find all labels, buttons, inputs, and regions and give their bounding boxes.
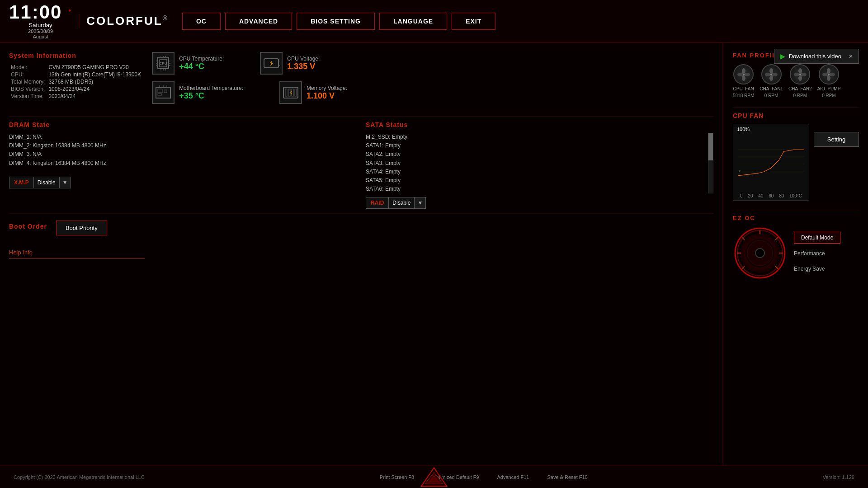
sata-scrollbar-thumb xyxy=(708,133,713,160)
raid-dropdown[interactable]: RAID Disable ▼ xyxy=(366,197,426,209)
ez-dial xyxy=(733,226,787,280)
fan-blade-cpu xyxy=(736,67,751,82)
mem-voltage-icon xyxy=(279,81,302,104)
cpu-temp-info: CPU Temperature: +44 °C xyxy=(179,56,224,71)
header: 11:00 ● Saturday 2025/08/09 August COLOR… xyxy=(0,0,868,43)
default-mode-button[interactable]: Default Mode xyxy=(794,232,840,244)
dram-title: DRAM State xyxy=(9,121,357,128)
chart-y-max: 100% xyxy=(737,127,750,132)
system-info-table: Model: CVN Z790D5 GAMING PRO V20 CPU: 13… xyxy=(9,64,143,100)
svg-marker-16 xyxy=(269,61,273,66)
cpu-fan-chart-container: 100% 0 0 xyxy=(733,124,809,201)
cpu-row: CPU: 13th Gen Intel(R) Core(TM) i9-13900… xyxy=(9,71,143,78)
svg-point-40 xyxy=(772,73,778,76)
mem-voltage-label: Memory Voltage: xyxy=(307,85,347,91)
fan-name-cha2: CHA_FAN2 xyxy=(788,86,812,91)
sata-title: SATA Status xyxy=(366,121,713,128)
divider-1 xyxy=(9,116,713,117)
mb-temp-value: +35 °C xyxy=(179,91,243,101)
cpu-icon-svg: CPU xyxy=(154,54,172,72)
x-label-20: 20 xyxy=(748,193,753,198)
time-clock: 11:00 ● xyxy=(9,3,72,22)
cpu-voltage-icon xyxy=(260,52,283,75)
ez-dial-svg xyxy=(733,226,787,280)
memory-row: Total Memory: 32768 MB (DDR5) xyxy=(9,78,143,85)
svg-text:0: 0 xyxy=(739,169,741,172)
footer-save-reset[interactable]: Save & Reset F10 xyxy=(547,474,587,480)
x-label-0: 0 xyxy=(740,193,743,198)
ez-oc-content: Default Mode Performance Energy Save xyxy=(733,226,859,280)
cpu-fan-chart-title: CPU FAN xyxy=(733,112,859,119)
fan-blade-cha2 xyxy=(793,67,807,82)
fan-rpm-cha2: 0 RPM xyxy=(793,93,807,98)
mem-voltage-info: Memory Voltage: 1.100 V xyxy=(307,85,347,101)
model-value: CVN Z790D5 GAMING PRO V20 xyxy=(47,64,143,71)
boot-priority-button[interactable]: Boot Priority xyxy=(56,221,107,235)
svg-point-55 xyxy=(828,74,830,75)
nav-advanced-button[interactable]: ADVANCED xyxy=(225,13,292,30)
voltage-icon-svg xyxy=(262,54,280,72)
fan-name-cha1: CHA_FAN1 xyxy=(760,86,783,91)
footer-logo-triangle xyxy=(416,465,452,488)
xmp-dropdown-row: X.M.P Disable ▼ xyxy=(9,177,357,188)
dimm1: DIMM_1: N/A xyxy=(9,133,357,141)
svg-point-33 xyxy=(742,68,745,74)
cpu-fan-chart-svg: 0 xyxy=(738,129,804,192)
fan-circle-cha2 xyxy=(790,64,810,84)
cpu-voltage-label: CPU Voltage: xyxy=(287,56,320,62)
xmp-label: X.M.P xyxy=(9,177,34,188)
download-close-button[interactable]: ✕ xyxy=(849,53,853,60)
fan-rpm-cpu: 5818 RPM xyxy=(733,93,754,98)
fan-blade-cha1 xyxy=(764,67,778,82)
left-panel: System Information Model: CVN Z790D5 GAM… xyxy=(0,43,723,465)
x-label-100: 100°C xyxy=(789,193,802,198)
date-line2: August xyxy=(33,34,48,39)
svg-rect-28 xyxy=(288,89,290,96)
mb-temp-label: Motherboard Temperature: xyxy=(179,85,243,91)
fan-circle-cpu xyxy=(733,64,754,84)
footer-advanced[interactable]: Advanced F11 xyxy=(497,474,529,480)
xmp-dropdown[interactable]: X.M.P Disable ▼ xyxy=(9,177,71,188)
nav-exit-button[interactable]: EXIT xyxy=(452,13,495,30)
memory-value: 32768 MB (DDR5) xyxy=(47,78,143,85)
nav-bios-setting-button[interactable]: BIOS SETTING xyxy=(297,13,375,30)
mb-temp-info: Motherboard Temperature: +35 °C xyxy=(179,85,243,101)
fan-rpm-cha1: 0 RPM xyxy=(764,93,778,98)
brand-name: COLORFUL® xyxy=(86,14,169,28)
triangle-svg xyxy=(420,467,448,487)
right-panel: FAN PROFILE CPU_FAN xyxy=(723,43,868,465)
dram-section: DRAM State DIMM_1: N/A DIMM_2: Kingston … xyxy=(9,121,357,209)
date-info: Saturday 2025/08/09 August xyxy=(9,22,72,39)
svg-point-53 xyxy=(827,75,830,81)
sata-scrollbar[interactable] xyxy=(708,133,713,193)
fan-setting-button[interactable]: Setting xyxy=(814,132,859,147)
fan-item-cha2: CHA_FAN2 0 RPM xyxy=(788,64,812,98)
ez-oc-section: EZ OC xyxy=(733,215,859,280)
memory-label: Total Memory: xyxy=(9,78,47,85)
fan-circle-aio xyxy=(819,64,839,84)
mem-voltage-card: Memory Voltage: 1.100 V xyxy=(279,81,347,104)
download-banner: ▶ Download this video ✕ xyxy=(774,49,859,64)
energy-save-mode-text[interactable]: Energy Save xyxy=(794,263,840,274)
nav-language-button[interactable]: LANGUAGE xyxy=(379,13,447,30)
mem-icon-svg xyxy=(282,84,300,102)
sata-m2: M.2_SSD: Empty xyxy=(366,133,703,141)
performance-mode-text[interactable]: Performance xyxy=(794,248,840,259)
clock-dot: ● xyxy=(68,8,72,13)
raid-dropdown-row: RAID Disable ▼ xyxy=(366,197,713,209)
ez-modes: Default Mode Performance Energy Save xyxy=(794,232,840,274)
dimm2: DIMM_2: Kingston 16384 MB 4800 MHz xyxy=(9,141,357,150)
cpu-voltage-card: CPU Voltage: 1.335 V xyxy=(260,52,320,75)
sensor-row-2: Motherboard Temperature: +35 °C xyxy=(152,81,713,104)
boot-section: Boot Order Boot Priority xyxy=(9,221,713,235)
svg-rect-21 xyxy=(164,90,167,93)
model-label: Model: xyxy=(9,64,47,71)
mb-temp-icon xyxy=(152,81,175,104)
sata-bar-container: M.2_SSD: Empty SATA1: Empty SATA2: Empty… xyxy=(366,133,713,193)
nav-oc-button[interactable]: OC xyxy=(182,13,221,30)
svg-text:CPU: CPU xyxy=(160,61,167,66)
svg-point-45 xyxy=(798,68,802,74)
x-label-80: 80 xyxy=(779,193,784,198)
dimm3: DIMM_3: N/A xyxy=(9,150,357,159)
footer-print-screen[interactable]: Print Screen F8 xyxy=(380,474,414,480)
